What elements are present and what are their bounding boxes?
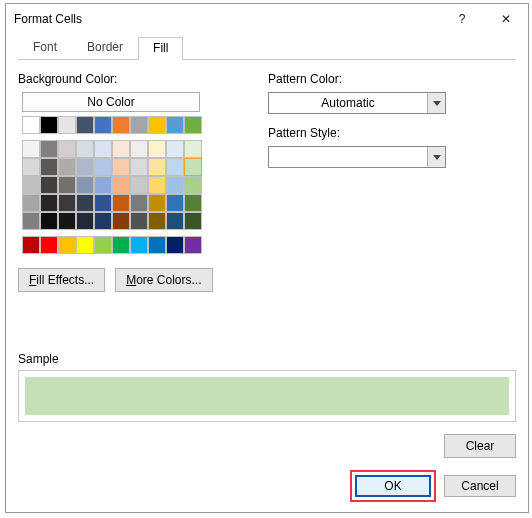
color-swatch[interactable] xyxy=(76,194,94,212)
color-swatch[interactable] xyxy=(112,158,130,176)
color-swatch[interactable] xyxy=(130,236,148,254)
color-swatch[interactable] xyxy=(22,176,40,194)
color-swatch[interactable] xyxy=(76,176,94,194)
color-swatch[interactable] xyxy=(58,236,76,254)
pattern-color-label: Pattern Color: xyxy=(268,72,516,86)
fill-pane: Background Color: No Color Fill Effects.… xyxy=(18,60,516,316)
sample-section: Sample xyxy=(18,352,516,422)
color-swatch[interactable] xyxy=(58,212,76,230)
close-button[interactable]: ✕ xyxy=(484,4,528,34)
color-swatch[interactable] xyxy=(148,158,166,176)
color-swatch[interactable] xyxy=(166,236,184,254)
color-swatch[interactable] xyxy=(22,194,40,212)
color-swatch[interactable] xyxy=(40,140,58,158)
color-swatch[interactable] xyxy=(184,176,202,194)
help-button[interactable]: ? xyxy=(440,4,484,34)
color-swatch[interactable] xyxy=(184,158,202,176)
color-swatch[interactable] xyxy=(184,140,202,158)
color-swatch[interactable] xyxy=(22,236,40,254)
color-swatch[interactable] xyxy=(22,158,40,176)
color-swatch[interactable] xyxy=(148,194,166,212)
tab-strip: Font Border Fill xyxy=(18,36,516,60)
pattern-color-value: Automatic xyxy=(269,96,427,110)
pattern-style-label: Pattern Style: xyxy=(268,126,516,140)
pattern-style-dropdown[interactable] xyxy=(268,146,446,168)
color-swatch[interactable] xyxy=(166,194,184,212)
color-swatch[interactable] xyxy=(58,158,76,176)
sample-preview xyxy=(25,377,509,415)
color-swatch[interactable] xyxy=(58,116,76,134)
color-swatch[interactable] xyxy=(184,116,202,134)
color-swatch[interactable] xyxy=(184,212,202,230)
color-swatch[interactable] xyxy=(76,236,94,254)
chevron-down-icon xyxy=(427,93,445,113)
no-color-button[interactable]: No Color xyxy=(22,92,200,112)
color-swatch[interactable] xyxy=(94,194,112,212)
color-swatch[interactable] xyxy=(130,158,148,176)
color-swatch[interactable] xyxy=(40,116,58,134)
color-swatch[interactable] xyxy=(112,116,130,134)
color-swatch[interactable] xyxy=(40,194,58,212)
color-swatch[interactable] xyxy=(112,212,130,230)
color-swatch[interactable] xyxy=(130,116,148,134)
color-swatch[interactable] xyxy=(40,176,58,194)
theme-accent-row xyxy=(22,116,202,134)
color-swatch[interactable] xyxy=(148,140,166,158)
color-swatch[interactable] xyxy=(112,140,130,158)
color-swatch[interactable] xyxy=(94,236,112,254)
color-swatch[interactable] xyxy=(148,236,166,254)
color-swatch[interactable] xyxy=(166,212,184,230)
tab-font[interactable]: Font xyxy=(18,36,72,59)
color-swatch[interactable] xyxy=(130,212,148,230)
color-swatch[interactable] xyxy=(148,176,166,194)
color-swatch[interactable] xyxy=(76,158,94,176)
fill-buttons-row: Fill Effects... More Colors... xyxy=(18,268,268,292)
content-area: Font Border Fill Background Color: No Co… xyxy=(6,34,528,512)
color-swatch[interactable] xyxy=(58,176,76,194)
color-swatch[interactable] xyxy=(112,176,130,194)
color-swatch[interactable] xyxy=(22,116,40,134)
color-swatch[interactable] xyxy=(40,158,58,176)
color-swatch[interactable] xyxy=(76,140,94,158)
pattern-color-dropdown[interactable]: Automatic xyxy=(268,92,446,114)
fill-effects-button[interactable]: Fill Effects... xyxy=(18,268,105,292)
color-swatch[interactable] xyxy=(58,194,76,212)
color-swatch[interactable] xyxy=(148,116,166,134)
ok-highlight: OK xyxy=(350,470,436,502)
color-swatch[interactable] xyxy=(76,212,94,230)
color-swatch[interactable] xyxy=(112,236,130,254)
color-swatch[interactable] xyxy=(148,212,166,230)
standard-colors-row xyxy=(22,236,202,254)
color-swatch[interactable] xyxy=(22,140,40,158)
background-color-label: Background Color: xyxy=(18,72,268,86)
color-swatch[interactable] xyxy=(166,158,184,176)
color-swatch[interactable] xyxy=(130,140,148,158)
color-swatch[interactable] xyxy=(130,194,148,212)
color-swatch[interactable] xyxy=(166,140,184,158)
color-swatch[interactable] xyxy=(112,194,130,212)
color-swatch[interactable] xyxy=(184,194,202,212)
color-swatch[interactable] xyxy=(94,212,112,230)
color-swatch[interactable] xyxy=(40,236,58,254)
tab-fill[interactable]: Fill xyxy=(138,37,183,60)
color-swatch[interactable] xyxy=(94,158,112,176)
cancel-button[interactable]: Cancel xyxy=(444,475,516,497)
color-swatch[interactable] xyxy=(184,236,202,254)
dialog-buttons: OK Cancel xyxy=(18,470,516,502)
color-swatch[interactable] xyxy=(94,116,112,134)
color-swatch[interactable] xyxy=(76,116,94,134)
more-colors-button[interactable]: More Colors... xyxy=(115,268,212,292)
clear-button[interactable]: Clear xyxy=(444,434,516,458)
color-swatch[interactable] xyxy=(22,212,40,230)
color-swatch[interactable] xyxy=(58,140,76,158)
sample-label: Sample xyxy=(18,352,516,366)
ok-button[interactable]: OK xyxy=(355,475,431,497)
color-swatch[interactable] xyxy=(40,212,58,230)
color-swatch[interactable] xyxy=(94,140,112,158)
tab-border[interactable]: Border xyxy=(72,36,138,59)
titlebar: Format Cells ? ✕ xyxy=(6,4,528,34)
color-swatch[interactable] xyxy=(166,176,184,194)
color-swatch[interactable] xyxy=(130,176,148,194)
color-swatch[interactable] xyxy=(94,176,112,194)
color-swatch[interactable] xyxy=(166,116,184,134)
